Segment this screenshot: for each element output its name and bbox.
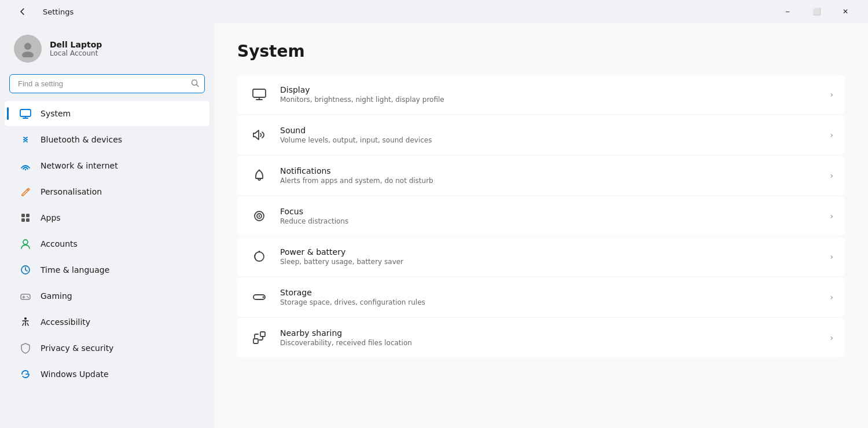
storage-title: Storage [280, 288, 819, 297]
user-name: Dell Laptop [50, 40, 102, 49]
sound-text: Sound Volume levels, output, input, soun… [280, 126, 819, 144]
svg-rect-10 [21, 218, 25, 222]
sidebar-item-update[interactable]: Windows Update [5, 361, 209, 387]
sidebar-item-privacy[interactable]: Privacy & security [5, 335, 209, 361]
minimize-button[interactable]: – [774, 2, 801, 21]
avatar [14, 35, 42, 63]
svg-point-16 [28, 297, 29, 298]
svg-point-1 [22, 52, 34, 57]
sidebar-item-apps[interactable]: Apps [5, 205, 209, 231]
svg-point-28 [263, 297, 264, 298]
maximize-button[interactable]: ⬜ [803, 2, 830, 21]
update-icon [19, 367, 32, 381]
storage-icon [249, 287, 270, 308]
notifications-desc: Alerts from apps and system, do not dist… [280, 177, 819, 185]
display-chevron: › [830, 90, 833, 99]
settings-list: Display Monitors, brightness, night ligh… [237, 75, 845, 357]
sidebar-item-network[interactable]: Network & internet [5, 153, 209, 178]
focus-icon [249, 206, 270, 226]
svg-rect-14 [21, 294, 30, 299]
power-desc: Sleep, battery usage, battery saver [280, 258, 819, 266]
sidebar: Dell Laptop Local Account [0, 23, 214, 428]
nearby-desc: Discoverability, received files location [280, 339, 819, 347]
svg-rect-4 [20, 109, 31, 116]
nearby-text: Nearby sharing Discoverability, received… [280, 328, 819, 347]
sidebar-item-personalisation[interactable]: Personalisation [5, 179, 209, 204]
focus-title: Focus [280, 207, 819, 216]
svg-point-24 [259, 215, 260, 217]
focus-chevron: › [830, 211, 833, 221]
svg-rect-9 [26, 214, 30, 217]
power-title: Power & battery [280, 247, 819, 257]
network-icon [19, 159, 32, 173]
display-desc: Monitors, brightness, night light, displ… [280, 96, 819, 104]
svg-rect-11 [26, 218, 30, 222]
svg-rect-30 [253, 339, 258, 343]
power-chevron: › [830, 252, 833, 261]
back-button[interactable] [9, 2, 36, 21]
main-content: System Display Monitors, brightness, nig… [214, 23, 868, 428]
svg-point-12 [23, 240, 28, 244]
svg-rect-18 [253, 89, 266, 97]
storage-chevron: › [830, 292, 833, 302]
sidebar-item-label-accounts: Accounts [41, 239, 78, 248]
user-section: Dell Laptop Local Account [0, 23, 214, 72]
settings-item-nearby[interactable]: Nearby sharing Discoverability, received… [237, 318, 845, 357]
settings-item-power[interactable]: Power & battery Sleep, battery usage, ba… [237, 237, 845, 276]
power-icon [249, 246, 270, 267]
gaming-icon [19, 289, 32, 303]
svg-rect-8 [21, 214, 25, 217]
notifications-icon [249, 165, 270, 186]
storage-desc: Storage space, drives, configuration rul… [280, 298, 819, 306]
nearby-title: Nearby sharing [280, 328, 819, 338]
sidebar-item-accessibility[interactable]: Accessibility [5, 309, 209, 335]
sidebar-item-label-gaming: Gaming [41, 291, 72, 301]
settings-item-notifications[interactable]: Notifications Alerts from apps and syste… [237, 156, 845, 195]
user-info: Dell Laptop Local Account [50, 40, 102, 57]
settings-item-sound[interactable]: Sound Volume levels, output, input, soun… [237, 115, 845, 155]
search-input[interactable] [9, 74, 205, 93]
display-title: Display [280, 85, 819, 94]
sidebar-item-label-system: System [41, 109, 71, 118]
notifications-title: Notifications [280, 166, 819, 175]
page-title: System [237, 42, 845, 61]
app-title: Settings [43, 8, 73, 16]
sidebar-item-label-apps: Apps [41, 213, 61, 222]
sidebar-item-gaming[interactable]: Gaming [5, 283, 209, 309]
sound-icon [249, 125, 270, 145]
sidebar-item-accounts[interactable]: Accounts [5, 231, 209, 257]
sidebar-item-label-accessibility: Accessibility [41, 317, 90, 327]
focus-desc: Reduce distractions [280, 217, 819, 225]
svg-point-21 [259, 170, 260, 171]
sound-desc: Volume levels, output, input, sound devi… [280, 136, 819, 144]
accessibility-icon [19, 315, 32, 329]
sidebar-item-bluetooth[interactable]: Bluetooth & devices [5, 127, 209, 152]
settings-item-display[interactable]: Display Monitors, brightness, night ligh… [237, 75, 845, 114]
display-icon [249, 84, 270, 105]
privacy-icon [19, 341, 32, 355]
nearby-icon [249, 327, 270, 348]
app-container: Dell Laptop Local Account [0, 23, 868, 428]
display-text: Display Monitors, brightness, night ligh… [280, 85, 819, 104]
title-bar: Settings – ⬜ ✕ [0, 0, 868, 23]
sidebar-item-label-bluetooth: Bluetooth & devices [41, 135, 122, 144]
sidebar-item-system[interactable]: System [5, 101, 209, 126]
title-bar-left: Settings [9, 2, 73, 21]
settings-item-focus[interactable]: Focus Reduce distractions › [237, 196, 845, 236]
svg-point-7 [25, 169, 26, 170]
svg-point-15 [27, 296, 28, 297]
apps-icon [19, 211, 32, 225]
sidebar-item-time[interactable]: Time & language [5, 257, 209, 283]
notifications-chevron: › [830, 171, 833, 180]
accounts-icon [19, 237, 32, 251]
sidebar-item-label-personalisation: Personalisation [41, 187, 102, 196]
storage-text: Storage Storage space, drives, configura… [280, 288, 819, 306]
system-icon [19, 107, 32, 120]
svg-point-17 [24, 317, 27, 320]
sound-chevron: › [830, 130, 833, 140]
close-button[interactable]: ✕ [832, 2, 859, 21]
time-icon [19, 263, 32, 277]
settings-item-storage[interactable]: Storage Storage space, drives, configura… [237, 277, 845, 317]
personalisation-icon [19, 185, 32, 199]
nav-list: System Bluetooth & devices [0, 100, 214, 387]
